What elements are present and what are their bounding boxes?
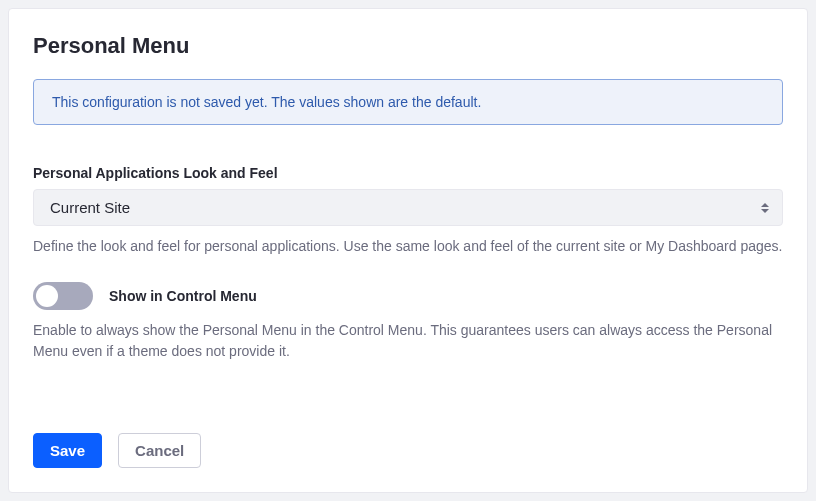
show-control-toggle-row: Show in Control Menu	[33, 282, 783, 310]
cancel-button[interactable]: Cancel	[118, 433, 201, 468]
look-and-feel-select[interactable]: Current Site	[33, 189, 783, 226]
look-and-feel-select-wrapper: Current Site	[33, 189, 783, 226]
show-control-toggle[interactable]	[33, 282, 93, 310]
button-bar: Save Cancel	[33, 433, 201, 468]
page-title: Personal Menu	[33, 33, 783, 59]
look-and-feel-help: Define the look and feel for personal ap…	[33, 236, 783, 256]
toggle-knob	[36, 285, 58, 307]
info-alert: This configuration is not saved yet. The…	[33, 79, 783, 125]
show-control-label: Show in Control Menu	[109, 288, 257, 304]
look-and-feel-label: Personal Applications Look and Feel	[33, 165, 783, 181]
save-button[interactable]: Save	[33, 433, 102, 468]
alert-message: This configuration is not saved yet. The…	[52, 94, 481, 110]
show-control-help: Enable to always show the Personal Menu …	[33, 320, 783, 361]
settings-panel: Personal Menu This configuration is not …	[8, 8, 808, 493]
